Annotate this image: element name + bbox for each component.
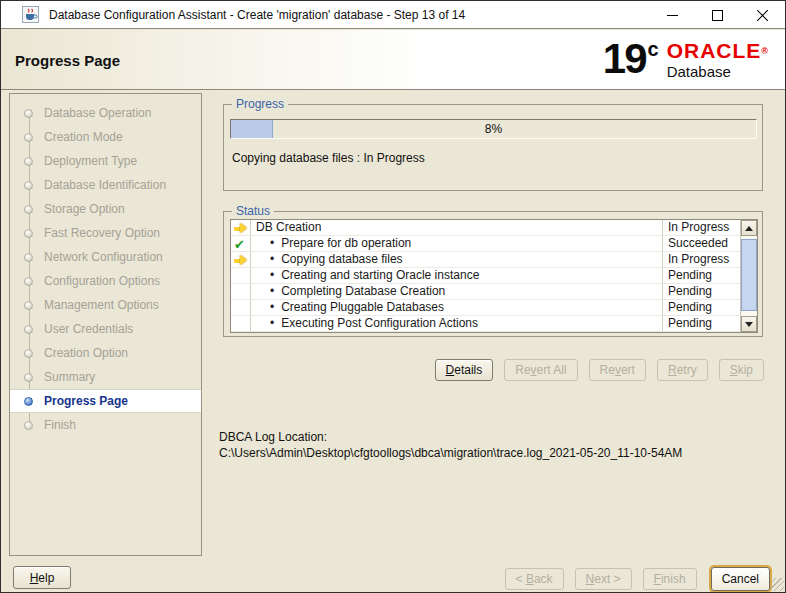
- progress-message: Copying database files : In Progress: [232, 151, 425, 165]
- scrollbar-thumb[interactable]: [741, 239, 757, 311]
- logo-version-sup: c: [648, 37, 659, 61]
- header: Progress Page 19 c ORACLE® Database: [1, 30, 785, 90]
- title-bar: Database Configuration Assistant - Creat…: [1, 1, 785, 29]
- status-group-label: Status: [232, 204, 274, 218]
- dbca-log-location: DBCA Log Location: C:\Users\Admin\Deskto…: [219, 429, 682, 461]
- revert-button[interactable]: Revert: [589, 359, 646, 381]
- status-scrollbar[interactable]: [740, 220, 757, 332]
- details-button[interactable]: Details: [435, 359, 494, 381]
- help-button[interactable]: Help: [13, 566, 71, 589]
- retry-button[interactable]: Retry: [657, 359, 708, 381]
- step-circle-icon: [24, 205, 33, 214]
- dbca-window: Database Configuration Assistant - Creat…: [0, 0, 786, 593]
- sidebar-step-progress-page: Progress Page: [10, 389, 201, 413]
- sidebar-step-network-configuration: Network Configuration: [10, 245, 201, 269]
- logo-product: Database: [667, 63, 769, 80]
- oracle-wordmark: ORACLE®: [667, 40, 769, 62]
- maximize-icon: [712, 10, 723, 21]
- trademark-symbol: ®: [761, 46, 769, 56]
- revert-all-button[interactable]: Revert All: [504, 359, 577, 381]
- status-row-state: Pending: [662, 316, 740, 331]
- status-row-label: DB Creation: [251, 220, 662, 235]
- step-circle-icon: [24, 181, 33, 190]
- bullet-icon: •: [270, 252, 274, 267]
- wizard-step-rail: Database Operation Creation Mode Deploym…: [9, 93, 202, 556]
- status-row-state: In Progress: [662, 220, 740, 235]
- maximize-button[interactable]: [695, 1, 740, 29]
- status-row-state: Pending: [662, 284, 740, 299]
- status-row-prepare-db[interactable]: •Prepare for db operation Succeeded: [231, 236, 740, 252]
- log-label: DBCA Log Location:: [219, 429, 682, 445]
- bullet-icon: •: [270, 284, 274, 299]
- sidebar-step-creation-option: Creation Option: [10, 341, 201, 365]
- step-circle-icon: [24, 373, 33, 382]
- step-circle-icon: [24, 157, 33, 166]
- bullet-icon: •: [270, 236, 274, 251]
- scroll-up-button[interactable]: [741, 220, 757, 236]
- sidebar-step-fast-recovery-option: Fast Recovery Option: [10, 221, 201, 245]
- status-row-label: •Prepare for db operation: [251, 236, 662, 251]
- sidebar-step-management-options: Management Options: [10, 293, 201, 317]
- minimize-button[interactable]: [650, 1, 695, 29]
- progress-bar: 8%: [230, 119, 757, 139]
- step-circle-icon: [24, 109, 33, 118]
- scrollbar-track[interactable]: [741, 236, 757, 316]
- step-circle-icon: [24, 325, 33, 334]
- step-circle-icon: [24, 421, 33, 430]
- no-icon: [231, 284, 251, 299]
- status-table: DB Creation In Progress •Prepare for db …: [230, 219, 758, 333]
- sidebar-step-creation-mode: Creation Mode: [10, 125, 201, 149]
- sidebar-step-user-credentials: User Credentials: [10, 317, 201, 341]
- progress-groupbox: Progress 8% Copying database files : In …: [223, 104, 763, 191]
- step-circle-icon: [24, 277, 33, 286]
- minimize-icon: [667, 15, 678, 16]
- status-row-pluggable-databases[interactable]: •Creating Pluggable Databases Pending: [231, 300, 740, 316]
- in-progress-arrow-icon: [231, 220, 251, 235]
- back-button[interactable]: < Back: [505, 568, 564, 590]
- status-row-post-configuration[interactable]: •Executing Post Configuration Actions Pe…: [231, 316, 740, 332]
- status-row-label: •Creating and starting Oracle instance: [251, 268, 662, 283]
- no-icon: [231, 268, 251, 283]
- scroll-down-button[interactable]: [741, 316, 757, 332]
- cancel-button[interactable]: Cancel: [711, 567, 770, 591]
- bullet-icon: •: [270, 268, 274, 283]
- log-path: C:\Users\Admin\Desktop\cfgtoollogs\dbca\…: [219, 445, 682, 461]
- status-row-state: In Progress: [662, 252, 740, 267]
- status-action-buttons: Details Revert All Revert Retry Skip: [435, 359, 764, 381]
- status-rows: DB Creation In Progress •Prepare for db …: [231, 220, 740, 332]
- step-circle-active-icon: [24, 397, 33, 406]
- step-circle-icon: [24, 229, 33, 238]
- close-button[interactable]: [740, 1, 785, 29]
- sidebar-step-summary: Summary: [10, 365, 201, 389]
- status-row-creating-instance[interactable]: •Creating and starting Oracle instance P…: [231, 268, 740, 284]
- no-icon: [231, 300, 251, 315]
- step-circle-icon: [24, 301, 33, 310]
- finish-button[interactable]: Finish: [643, 568, 697, 590]
- bullet-icon: •: [270, 300, 274, 315]
- logo-version: 19: [603, 37, 646, 81]
- sidebar-step-storage-option: Storage Option: [10, 197, 201, 221]
- window-resize-grip[interactable]: [771, 578, 784, 591]
- sidebar-step-database-operation: Database Operation: [10, 101, 201, 125]
- next-button[interactable]: Next >: [575, 568, 632, 590]
- status-row-state: Succeeded: [662, 236, 740, 251]
- step-circle-icon: [24, 133, 33, 142]
- status-row-state: Pending: [662, 268, 740, 283]
- bullet-icon: •: [270, 316, 274, 331]
- oracle-19c-logo: 19 c ORACLE® Database: [603, 37, 769, 81]
- window-title: Database Configuration Assistant - Creat…: [49, 8, 465, 22]
- close-icon: [756, 9, 769, 22]
- status-row-completing-creation[interactable]: •Completing Database Creation Pending: [231, 284, 740, 300]
- status-row-copying-files[interactable]: •Copying database files In Progress: [231, 252, 740, 268]
- step-circle-icon: [24, 349, 33, 358]
- status-row-label: •Copying database files: [251, 252, 662, 267]
- java-app-icon: [22, 6, 39, 23]
- step-circle-icon: [24, 253, 33, 262]
- status-row-label: •Creating Pluggable Databases: [251, 300, 662, 315]
- status-row-db-creation[interactable]: DB Creation In Progress: [231, 220, 740, 236]
- wizard-nav-buttons: < Back Next > Finish Cancel: [505, 567, 770, 591]
- progress-group-label: Progress: [232, 97, 288, 111]
- skip-button[interactable]: Skip: [719, 359, 764, 381]
- status-row-label: •Completing Database Creation: [251, 284, 662, 299]
- page-title: Progress Page: [15, 52, 120, 69]
